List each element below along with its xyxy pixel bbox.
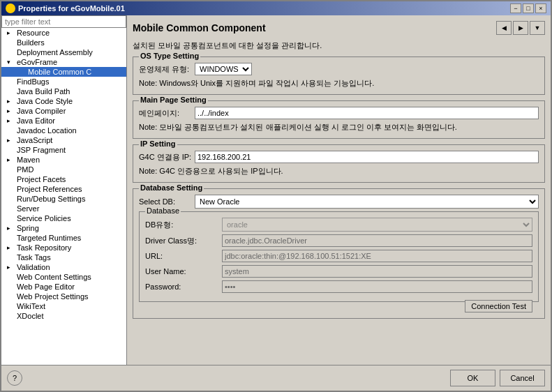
panel-header: Mobile Common Component ◀ ▶ ▼ — [133, 21, 545, 35]
sidebar-item-validation[interactable]: ▸Validation — [1, 262, 126, 272]
sidebar-item-javascript[interactable]: ▸JavaScript — [1, 135, 126, 145]
close-button[interactable]: × — [535, 3, 546, 13]
sidebar-item-task-tags[interactable]: Task Tags — [1, 252, 126, 262]
panel-description: 설치된 모바일 공통컴포넌트에 대한 설정을 관리합니다. — [133, 40, 545, 51]
ip-input[interactable] — [195, 151, 539, 163]
sidebar-item-deployment-assembly[interactable]: Deployment Assembly — [1, 47, 126, 57]
url-label: URL: — [145, 252, 222, 260]
url-input[interactable] — [222, 250, 532, 262]
filter-input[interactable] — [1, 15, 126, 28]
window-icon — [6, 3, 15, 13]
sidebar-item-label-jsp-fragment: JSP Fragment — [17, 146, 66, 154]
main-page-input[interactable] — [195, 107, 539, 119]
expander-maven: ▸ — [7, 156, 17, 163]
username-input[interactable] — [222, 265, 532, 278]
sidebar-item-run-debug-settings[interactable]: Run/Debug Settings — [1, 194, 126, 204]
sidebar-item-label-mobile-common-c: Mobile Common C — [28, 68, 91, 76]
sidebar-item-pmd[interactable]: PMD — [1, 165, 126, 174]
main-window: Properties for eGovMobile.01 − □ × ▸Reso… — [0, 0, 552, 392]
expander-spring: ▸ — [7, 225, 17, 232]
password-row: Password: — [145, 280, 532, 293]
sidebar-item-label-pmd: PMD — [17, 165, 33, 174]
sidebar-item-findbugs[interactable]: FindBugs — [1, 77, 126, 86]
help-button[interactable]: ? — [7, 370, 22, 386]
nav-forward-button[interactable]: ▶ — [513, 21, 528, 35]
driver-input[interactable] — [222, 234, 532, 247]
maximize-button[interactable]: □ — [523, 3, 534, 13]
main-page-note: Note: 모바일 공통컴포넌트가 설치된 애플리케이션 실행 시 로그인 이후… — [139, 122, 539, 133]
sidebar-item-xdoclet[interactable]: XDoclet — [1, 311, 126, 321]
sidebar-item-resource[interactable]: ▸Resource — [1, 28, 126, 38]
sidebar-item-java-editor[interactable]: ▸Java Editor — [1, 116, 126, 126]
sidebar-item-label-findbugs: FindBugs — [17, 77, 49, 86]
expander-task-repository: ▸ — [7, 244, 17, 251]
sidebar-item-maven[interactable]: ▸Maven — [1, 155, 126, 165]
sidebar-item-wikitext[interactable]: WikiText — [1, 301, 126, 311]
sidebar-item-java-compiler[interactable]: ▸Java Compiler — [1, 106, 126, 116]
sidebar-item-label-java-code-style: Java Code Style — [17, 97, 73, 105]
expander-validation: ▸ — [7, 264, 17, 271]
ip-setting-label: IP Setting — [139, 140, 177, 148]
sidebar-item-web-page-editor[interactable]: Web Page Editor — [1, 282, 126, 292]
tree-container: ▸ResourceBuildersDeployment Assembly▾eGo… — [1, 28, 126, 321]
connection-test-button[interactable]: Connection Test — [465, 300, 532, 312]
sidebar-item-builders[interactable]: Builders — [1, 38, 126, 47]
os-select[interactable]: WINDOWS UNIX LINUX — [195, 63, 252, 75]
db-type-label: DB유형: — [145, 220, 222, 230]
os-type-row: 운영체제 유형: WINDOWS UNIX LINUX — [139, 63, 539, 75]
ok-button[interactable]: OK — [450, 370, 495, 386]
sidebar-item-task-repository[interactable]: ▸Task Repository — [1, 243, 126, 252]
nav-back-button[interactable]: ◀ — [496, 21, 512, 35]
url-row: URL: — [145, 250, 532, 262]
password-label: Password: — [145, 282, 222, 291]
sidebar-item-web-project-settings[interactable]: Web Project Settings — [1, 292, 126, 301]
os-type-label: OS Type Setting — [139, 52, 200, 60]
sidebar-item-project-references[interactable]: Project References — [1, 184, 126, 194]
sidebar-item-label-task-repository: Task Repository — [17, 243, 71, 252]
sidebar-item-server[interactable]: Server — [1, 204, 126, 213]
sidebar-item-label-task-tags: Task Tags — [17, 253, 51, 262]
sidebar-item-egovframe[interactable]: ▾eGovFrame — [1, 57, 126, 67]
minimize-button[interactable]: − — [510, 3, 521, 13]
db-type-select[interactable]: oracle — [222, 218, 532, 232]
expander-javascript: ▸ — [7, 137, 17, 144]
expander-java-compiler: ▸ — [7, 107, 17, 114]
main-page-row: 메인페이지: — [139, 107, 539, 119]
main-page-group: Main Page Setting 메인페이지: Note: 모바일 공통컴포넌… — [133, 100, 545, 139]
sidebar-item-targeted-runtimes[interactable]: Targeted Runtimes — [1, 233, 126, 243]
sidebar: ▸ResourceBuildersDeployment Assembly▾eGo… — [1, 15, 127, 365]
driver-row: Driver Class명: — [145, 234, 532, 247]
database-nested-group: Database DB유형: oracle Driver Class명: URL… — [139, 211, 539, 302]
username-label: User Name: — [145, 267, 222, 276]
sidebar-item-jsp-fragment[interactable]: JSP Fragment — [1, 145, 126, 155]
sidebar-item-javadoc-location[interactable]: Javadoc Location — [1, 126, 126, 135]
ip-note: Note: G4C 인증용으로 사용되는 IP입니다. — [139, 166, 539, 176]
expander-java-editor: ▸ — [7, 117, 17, 124]
right-panel: Mobile Common Component ◀ ▶ ▼ 설치된 모바일 공통… — [127, 15, 551, 365]
expander-egovframe: ▾ — [7, 59, 17, 66]
password-input[interactable] — [222, 280, 532, 293]
sidebar-item-label-server: Server — [17, 204, 39, 213]
database-setting-label: Database Setting — [139, 183, 204, 192]
cancel-button[interactable]: Cancel — [500, 370, 545, 386]
sidebar-item-service-policies[interactable]: Service Policies — [1, 213, 126, 223]
sidebar-item-label-xdoclet: XDoclet — [17, 312, 44, 320]
main-page-label: Main Page Setting — [139, 96, 208, 104]
nav-dropdown-button[interactable]: ▼ — [530, 21, 545, 35]
sidebar-item-web-content-settings[interactable]: Web Content Settings — [1, 272, 126, 282]
sidebar-item-java-code-style[interactable]: ▸Java Code Style — [1, 96, 126, 106]
sidebar-item-label-deployment-assembly: Deployment Assembly — [17, 48, 93, 56]
sidebar-item-label-java-editor: Java Editor — [17, 116, 55, 125]
ip-field-label: G4C 연결용 IP: — [139, 152, 195, 163]
select-db-select[interactable]: New Oracle Oracle MySQL MSSQL — [195, 195, 539, 209]
sidebar-item-mobile-common-c[interactable]: Mobile Common C — [1, 67, 126, 77]
expander-resource: ▸ — [7, 29, 17, 36]
sidebar-item-java-build-path[interactable]: Java Build Path — [1, 86, 126, 96]
sidebar-item-project-facets[interactable]: Project Facets — [1, 174, 126, 184]
sidebar-item-label-project-references: Project References — [17, 185, 82, 193]
sidebar-item-label-web-project-settings: Web Project Settings — [17, 292, 89, 301]
sidebar-item-label-maven: Maven — [17, 156, 40, 164]
sidebar-item-label-egovframe: eGovFrame — [17, 58, 57, 66]
bottom-bar: ? OK Cancel — [1, 365, 551, 391]
sidebar-item-spring[interactable]: ▸Spring — [1, 223, 126, 233]
